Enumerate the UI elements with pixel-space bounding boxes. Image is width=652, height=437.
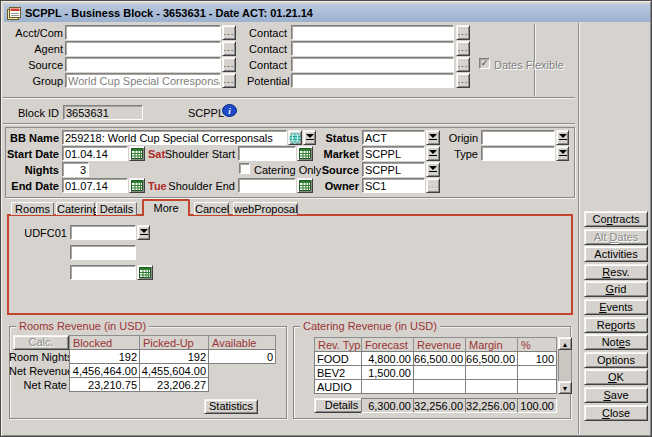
- type-field[interactable]: [481, 146, 555, 161]
- rooms-revenue-cell[interactable]: 0: [208, 349, 276, 364]
- rooms-revenue-cell[interactable]: 23,206.27: [139, 377, 209, 392]
- calc-button[interactable]: Calc.: [13, 335, 69, 350]
- side-button-events[interactable]: Events: [584, 299, 648, 315]
- catering-revenue-cell[interactable]: [517, 365, 557, 380]
- catering-revenue-cell[interactable]: [465, 379, 518, 394]
- origin-dropdown-icon[interactable]: [556, 130, 569, 145]
- group-label: Group: [9, 75, 63, 87]
- side-button-alt-dates[interactable]: Alt Dates: [584, 229, 648, 245]
- source-lov-button[interactable]: ...: [222, 57, 236, 72]
- catering-only-checkbox[interactable]: [239, 163, 250, 174]
- contact-label: Contact: [247, 43, 287, 55]
- start-date-field[interactable]: 01.04.14: [62, 146, 128, 161]
- agent-lov-button[interactable]: ...: [222, 41, 236, 56]
- catering-total-cell: 9,332,256.00: [465, 398, 518, 413]
- side-button-activities[interactable]: Activities: [584, 246, 648, 262]
- market-field[interactable]: SCPPL: [362, 146, 425, 161]
- rooms-revenue-title: Rooms Revenue (in USD): [16, 320, 149, 332]
- acct-com-field[interactable]: [65, 25, 221, 40]
- agent-label: Agent: [9, 43, 63, 55]
- agent-field[interactable]: [65, 41, 221, 56]
- rooms-revenue-cell[interactable]: 192: [69, 349, 140, 364]
- catering-revenue-cell[interactable]: [361, 379, 414, 394]
- shoulder-start-field[interactable]: [238, 146, 296, 161]
- status-field[interactable]: ACT: [362, 130, 425, 145]
- catering-revenue-cell[interactable]: [517, 379, 557, 394]
- end-date-field[interactable]: 01.07.14: [62, 178, 128, 193]
- catering-revenue-cell[interactable]: BEV2: [314, 365, 362, 380]
- dates-flexible-label: Dates Flexible: [494, 59, 564, 71]
- owner-field[interactable]: SC1: [362, 178, 425, 193]
- tab-more[interactable]: More: [142, 199, 190, 216]
- type-dropdown-icon[interactable]: [556, 146, 569, 161]
- contact-lov-button[interactable]: ...: [456, 57, 470, 72]
- catering-revenue-cell[interactable]: [413, 365, 466, 380]
- catering-revenue-cell[interactable]: [465, 365, 518, 380]
- title-bar[interactable]: SCPPL - Business Block - 3653631 - Date …: [4, 4, 650, 22]
- rooms-revenue-cell[interactable]: 4,455,604.00: [139, 363, 209, 378]
- rooms-revenue-cell[interactable]: 192: [139, 349, 209, 364]
- source-field[interactable]: SCPPL: [362, 162, 425, 177]
- scroll-up-icon[interactable]: ▲: [558, 337, 572, 350]
- acct-com-lov-button[interactable]: ...: [222, 25, 236, 40]
- potential-label: Potential: [247, 75, 287, 87]
- udfc01-field[interactable]: [70, 225, 136, 240]
- rooms-revenue-cell[interactable]: 23,210.75: [69, 377, 140, 392]
- catering-revenue-cell[interactable]: [413, 379, 466, 394]
- tab-rooms[interactable]: Rooms: [11, 202, 54, 215]
- scroll-down-icon[interactable]: ▼: [558, 381, 572, 394]
- catering-revenue-cell[interactable]: 1,500.00: [361, 365, 414, 380]
- owner-lov-button[interactable]: ...: [426, 178, 440, 193]
- udfd01-field[interactable]: [70, 265, 136, 280]
- calendar-icon[interactable]: [129, 146, 145, 161]
- side-button-reports[interactable]: Reports: [584, 317, 648, 333]
- bb-name-field[interactable]: 259218: World Cup Special Corresponsals: [62, 130, 287, 145]
- dates-flexible-checkbox[interactable]: ✓: [479, 58, 490, 69]
- calendar-icon[interactable]: [137, 265, 153, 280]
- calendar-icon[interactable]: [297, 146, 313, 161]
- group-lov-button[interactable]: ...: [222, 73, 236, 88]
- contact-field[interactable]: [291, 41, 454, 56]
- side-button-grid[interactable]: Grid: [584, 281, 648, 297]
- tab-catering[interactable]: Catering: [56, 202, 95, 215]
- catering-revenue-cell[interactable]: AUDIO: [314, 379, 362, 394]
- potential-lov-button[interactable]: ...: [456, 73, 470, 88]
- contact-lov-button[interactable]: ...: [456, 41, 470, 56]
- tab-cancel[interactable]: Cancel: [194, 202, 229, 215]
- tab-details[interactable]: Details: [96, 202, 137, 215]
- side-button-ok[interactable]: OK: [584, 369, 648, 385]
- side-button-resv[interactable]: Resv.: [584, 264, 648, 280]
- side-button-contracts[interactable]: Contracts: [584, 211, 648, 227]
- globe-icon[interactable]: [288, 130, 302, 145]
- side-button-options[interactable]: Options: [584, 352, 648, 368]
- catering-revenue-cell[interactable]: 9,866,500.00: [413, 351, 466, 366]
- source-field[interactable]: [65, 57, 221, 72]
- tab-webproposal[interactable]: webProposal: [233, 202, 298, 215]
- catering-revenue-cell[interactable]: 4,800.00: [361, 351, 414, 366]
- rooms-revenue-cell[interactable]: 4,456,464.00: [69, 363, 140, 378]
- catering-revenue-cell[interactable]: 9,866,500.00: [465, 351, 518, 366]
- group-field[interactable]: World Cup Special Corresponsals: [65, 73, 221, 88]
- potential-field[interactable]: [291, 73, 454, 88]
- end-date-label: End Date: [7, 180, 59, 192]
- side-button-notes[interactable]: Notes: [584, 334, 648, 350]
- side-button-save[interactable]: Save: [584, 387, 648, 403]
- info-icon[interactable]: i: [222, 104, 237, 119]
- udfc01-dropdown-icon[interactable]: [137, 225, 150, 240]
- statistics-button[interactable]: Statistics: [204, 399, 258, 414]
- calendar-icon[interactable]: [129, 178, 145, 193]
- contact-lov-button[interactable]: ...: [456, 25, 470, 40]
- side-button-close[interactable]: Close: [584, 405, 648, 421]
- contact-field[interactable]: [291, 25, 454, 40]
- calendar-icon[interactable]: [297, 178, 313, 193]
- catering-revenue-cell[interactable]: FOOD: [314, 351, 362, 366]
- window-title: SCPPL - Business Block - 3653631 - Date …: [25, 7, 313, 19]
- catering-revenue-cell[interactable]: 100: [517, 351, 557, 366]
- origin-field[interactable]: [481, 130, 555, 145]
- udfc02-field[interactable]: [70, 245, 136, 260]
- nights-field[interactable]: 3: [62, 162, 89, 177]
- contact-field[interactable]: [291, 57, 454, 72]
- catering-total-cell: 100.00: [517, 398, 557, 413]
- source-dropdown-icon[interactable]: [426, 162, 440, 177]
- shoulder-end-field[interactable]: [238, 178, 296, 193]
